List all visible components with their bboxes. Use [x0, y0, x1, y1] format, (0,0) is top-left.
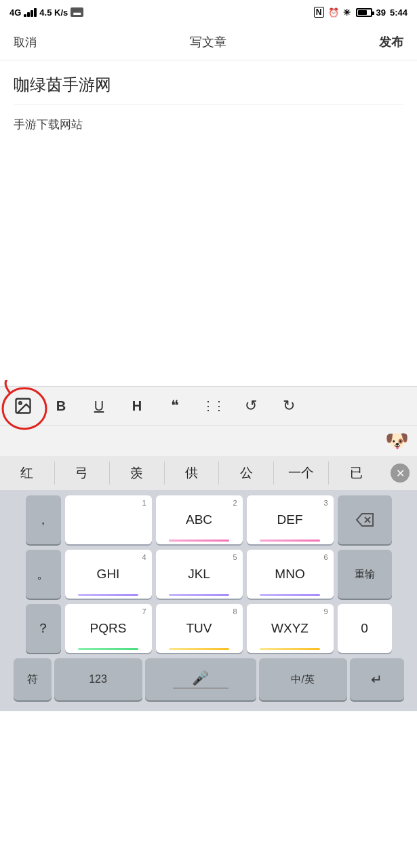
status-right: N ⏰ ✳ 39 5:44 [314, 7, 408, 18]
bluetooth-icon: ✳ [343, 7, 351, 18]
nfc-icon: N [314, 7, 324, 18]
clock: 5:44 [390, 7, 408, 18]
zh-en-label: 中/英 [291, 673, 314, 686]
key-123[interactable]: 123 [54, 658, 142, 700]
key-color-bar [169, 540, 230, 542]
word-suggestions: 红 弓 羡 供 公 一个 已 ✕ [0, 456, 417, 490]
network-speed: 4.5 K/s [39, 7, 68, 18]
key-0[interactable]: 0 [338, 604, 392, 653]
key-color-bar [260, 648, 321, 650]
key-5-jkl[interactable]: 5 JKL [156, 550, 243, 599]
article-content[interactable]: 手游下载网站 [14, 115, 403, 134]
keyboard: ， 1 2 ABC 3 DEF 。 4 [0, 490, 417, 711]
suggestion-2[interactable]: 羡 [110, 461, 165, 485]
keyboard-row-1: ， 1 2 ABC 3 DEF [3, 495, 414, 544]
key-mic[interactable]: 🎤 [145, 658, 256, 700]
key-enter[interactable]: ↵ [350, 658, 404, 700]
mic-underline [173, 687, 229, 689]
alarm-icon: ⏰ [328, 7, 339, 18]
suggestion-6[interactable]: 已 [329, 461, 383, 485]
article-title[interactable]: 咖绿茵手游网 [14, 74, 403, 105]
keyboard-row-3: ？ 7 PQRS 8 TUV 9 WXYZ 0 [3, 604, 414, 653]
fu-label: 符 [27, 673, 38, 687]
key-3-def[interactable]: 3 DEF [247, 495, 334, 544]
status-left: 4G 4.5 K/s ▬ [9, 7, 83, 18]
list-button[interactable]: ⋮⋮ [201, 394, 225, 418]
key-comma[interactable]: ， [26, 495, 61, 544]
key-123-label: 123 [89, 673, 107, 685]
key-reenter[interactable]: 重输 [338, 550, 392, 599]
enter-icon: ↵ [371, 671, 382, 687]
undo-button[interactable]: ↺ [239, 394, 263, 418]
key-period[interactable]: 。 [26, 550, 61, 599]
top-nav: 取消 写文章 发布 [0, 24, 417, 60]
emoji-button[interactable]: 🐶 [385, 430, 409, 452]
key-delete[interactable] [338, 495, 392, 544]
bold-button[interactable]: B [49, 394, 73, 418]
image-insert-button[interactable] [11, 394, 35, 418]
delete-circle-icon: ✕ [391, 464, 410, 483]
key-question[interactable]: ？ [26, 604, 61, 653]
delete-suggestion-button[interactable]: ✕ [383, 464, 417, 483]
formatting-toolbar: B U H ❝ ⋮⋮ ↺ ↻ [0, 386, 417, 426]
keyboard-row-4: 符 123 🎤 中/英 ↵ [3, 658, 414, 700]
backspace-icon [355, 512, 374, 527]
key-color-bar [78, 648, 139, 650]
key-zh-en[interactable]: 中/英 [259, 658, 347, 700]
reenter-label: 重输 [355, 568, 375, 581]
signal-bars [24, 8, 37, 17]
cancel-button[interactable]: 取消 [14, 35, 37, 50]
battery-icon [356, 8, 372, 17]
key-9-wxyz[interactable]: 9 WXYZ [247, 604, 334, 653]
battery-level: 39 [376, 7, 386, 18]
suggestion-1[interactable]: 弓 [55, 461, 110, 485]
key-color-bar [260, 540, 321, 542]
signal-text: 4G [9, 7, 21, 18]
underline-button[interactable]: U [87, 394, 111, 418]
status-bar: 4G 4.5 K/s ▬ N ⏰ ✳ 39 5:44 [0, 0, 417, 24]
key-color-bar [260, 594, 321, 596]
key-6-mno[interactable]: 6 MNO [247, 550, 334, 599]
svg-point-2 [19, 402, 22, 404]
key-4-ghi[interactable]: 4 GHI [65, 550, 152, 599]
sim-icon: ▬ [71, 7, 83, 17]
suggestion-0[interactable]: 红 [0, 461, 55, 485]
page-title: 写文章 [190, 34, 226, 50]
keyboard-row-2: 。 4 GHI 5 JKL 6 MNO 重输 [3, 550, 414, 599]
key-2-abc[interactable]: 2 ABC [156, 495, 243, 544]
quote-button[interactable]: ❝ [163, 394, 187, 418]
key-8-tuv[interactable]: 8 TUV [156, 604, 243, 653]
suggestion-4[interactable]: 公 [219, 461, 274, 485]
key-1[interactable]: 1 [65, 495, 152, 544]
suggestion-3[interactable]: 供 [165, 461, 220, 485]
header-button[interactable]: H [125, 394, 149, 418]
key-color-bar [78, 594, 139, 596]
emoji-row: 🐶 [0, 426, 417, 456]
mic-icon: 🎤 [192, 670, 209, 686]
image-icon [14, 396, 33, 415]
key-fu[interactable]: 符 [14, 658, 52, 700]
key-color-bar [169, 648, 230, 650]
key-7-pqrs[interactable]: 7 PQRS [65, 604, 152, 653]
key-color-bar [169, 594, 230, 596]
article-area[interactable]: 咖绿茵手游网 手游下载网站 [0, 60, 417, 386]
suggestion-5[interactable]: 一个 [274, 461, 329, 485]
redo-button[interactable]: ↻ [277, 394, 301, 418]
publish-button[interactable]: 发布 [379, 34, 403, 50]
